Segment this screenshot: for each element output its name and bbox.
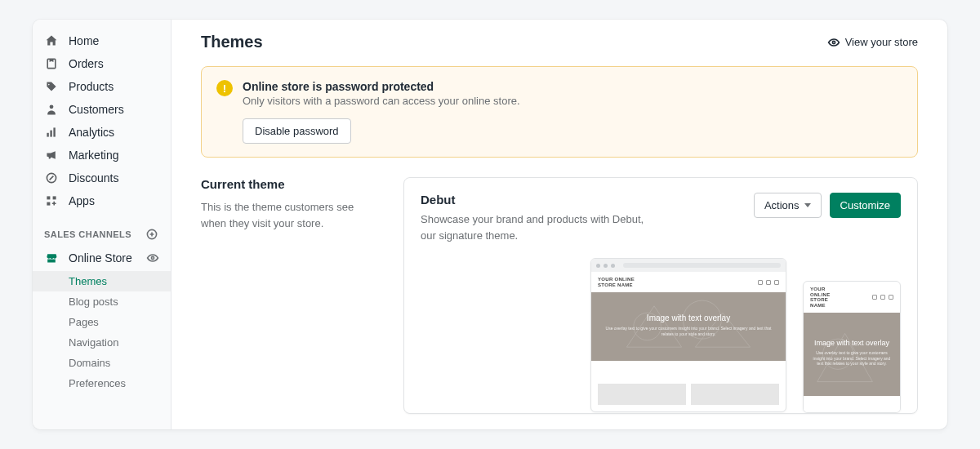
banner-desc: Only visitors with a password can access…	[243, 95, 520, 107]
svg-rect-4	[53, 127, 55, 136]
nav-label: Discounts	[69, 171, 118, 184]
page-header: Themes View your store	[201, 33, 918, 51]
nav-item-home[interactable]: Home	[33, 29, 171, 52]
page-title: Themes	[201, 33, 263, 51]
mobile-preview: YOUR ONLINE STORE NAME Image with text o…	[803, 281, 901, 413]
actions-dropdown[interactable]: Actions	[754, 193, 822, 218]
eye-icon	[827, 36, 840, 49]
preview-hero-mobile: Image with text overlay Use overlay text…	[804, 313, 900, 396]
tag-icon	[44, 79, 59, 94]
nav-label: Home	[69, 34, 99, 47]
analytics-icon	[44, 125, 59, 140]
preview-header-icons-mobile	[872, 295, 893, 300]
view-store-label: View your store	[845, 36, 918, 48]
nav-item-analytics[interactable]: Analytics	[33, 121, 171, 144]
nav-item-apps[interactable]: Apps	[33, 189, 171, 212]
nav-item-discounts[interactable]: Discounts	[33, 167, 171, 189]
nav-label: Apps	[69, 194, 95, 207]
nav-item-orders[interactable]: Orders	[33, 52, 171, 75]
person-icon	[44, 102, 59, 117]
warning-icon: !	[216, 80, 233, 96]
disable-password-button[interactable]: Disable password	[243, 118, 351, 144]
preview-hero: Image with text overlay Use overlay text…	[591, 292, 786, 361]
eye-icon[interactable]	[146, 251, 159, 265]
nav-label: Customers	[69, 103, 124, 116]
current-theme-desc: This is the theme customers see when the…	[201, 199, 381, 231]
orders-icon	[44, 56, 59, 71]
sidebar: Home Orders Products Customers Analytics	[33, 20, 172, 429]
subnav-preferences[interactable]: Preferences	[33, 373, 171, 393]
home-icon	[44, 33, 59, 48]
apps-icon	[44, 193, 59, 208]
theme-previews: YOUR ONLINE STORE NAME Image with text o…	[421, 258, 901, 413]
subnav-navigation[interactable]: Navigation	[33, 332, 171, 353]
nav-label: Marketing	[69, 149, 118, 162]
subnav-pages[interactable]: Pages	[33, 312, 171, 332]
nav-item-customers[interactable]: Customers	[33, 98, 171, 121]
sales-channels-heading: SALES CHANNELS	[33, 212, 171, 247]
svg-rect-6	[47, 196, 50, 199]
nav-label: Products	[69, 80, 114, 93]
preview-brand-mobile: YOUR ONLINE STORE NAME	[810, 287, 844, 308]
nav-label: Online Store	[69, 251, 132, 265]
content-row: Current theme This is the theme customer…	[201, 177, 918, 414]
svg-rect-3	[50, 131, 51, 137]
browser-chrome	[591, 259, 786, 272]
channels-heading-label: SALES CHANNELS	[44, 229, 131, 239]
current-theme-column: Current theme This is the theme customer…	[201, 177, 381, 414]
current-theme-heading: Current theme	[201, 177, 381, 191]
app-frame: Home Orders Products Customers Analytics	[33, 20, 947, 429]
customize-button[interactable]: Customize	[830, 193, 901, 218]
subnav-themes[interactable]: Themes	[33, 271, 171, 291]
subnav-blog-posts[interactable]: Blog posts	[33, 291, 171, 312]
svg-rect-8	[47, 202, 50, 206]
store-icon	[44, 251, 59, 265]
theme-card: Debut Showcase your brand and products w…	[403, 177, 918, 414]
caret-down-icon	[804, 203, 811, 207]
theme-name: Debut	[421, 193, 649, 207]
main-content: Themes View your store ! Online store is…	[172, 20, 947, 429]
nav-item-products[interactable]: Products	[33, 75, 171, 98]
online-store-subnav: Themes Blog posts Pages Navigation Domai…	[33, 269, 171, 393]
add-channel-icon[interactable]	[145, 227, 159, 242]
desktop-preview: YOUR ONLINE STORE NAME Image with text o…	[590, 258, 786, 412]
theme-desc: Showcase your brand and products with De…	[421, 211, 649, 243]
nav-label: Orders	[69, 57, 104, 70]
svg-point-11	[832, 41, 835, 43]
preview-hero-sub: Use overlay text to give your customers …	[599, 326, 777, 336]
preview-header-icons	[758, 280, 779, 285]
nav-label: Analytics	[69, 126, 114, 139]
subnav-domains[interactable]: Domains	[33, 353, 171, 373]
nav-item-online-store[interactable]: Online Store	[33, 247, 171, 269]
discount-icon	[44, 171, 59, 185]
svg-point-1	[50, 104, 54, 109]
preview-site-header-mobile: YOUR ONLINE STORE NAME	[804, 282, 900, 313]
svg-point-10	[151, 256, 154, 259]
megaphone-icon	[44, 148, 59, 162]
actions-label: Actions	[764, 199, 800, 211]
preview-brand: YOUR ONLINE STORE NAME	[598, 277, 639, 287]
preview-hero-sub-mobile: Use overlay text to give your customers …	[810, 350, 893, 367]
banner-title: Online store is password protected	[243, 80, 520, 93]
nav-item-marketing[interactable]: Marketing	[33, 144, 171, 167]
svg-rect-7	[53, 196, 56, 199]
view-store-link[interactable]: View your store	[827, 36, 918, 49]
password-banner: ! Online store is password protected Onl…	[201, 66, 918, 158]
svg-rect-2	[47, 133, 48, 137]
preview-site-header: YOUR ONLINE STORE NAME	[591, 272, 786, 292]
